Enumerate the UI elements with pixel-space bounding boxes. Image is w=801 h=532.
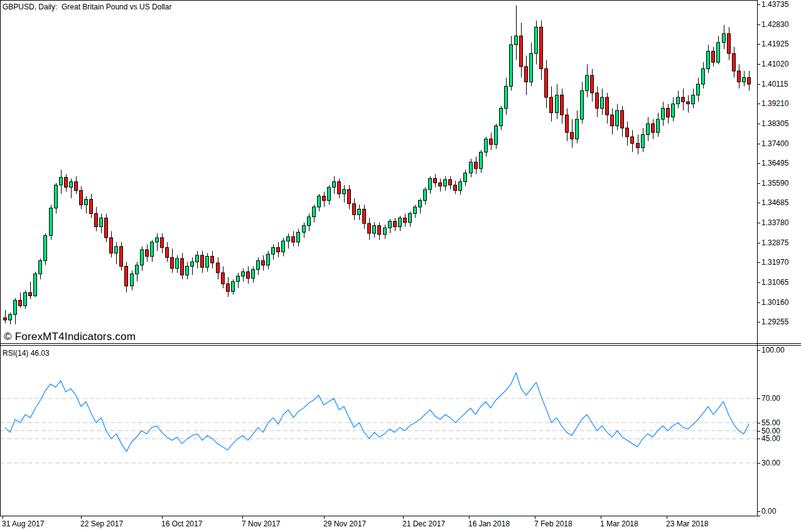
candle-down (490, 139, 493, 145)
rsi-axis-label: 70.00 (761, 394, 780, 403)
candle-up (697, 84, 700, 95)
candle-up (707, 51, 710, 69)
candle-down (171, 257, 174, 269)
price-axis-tick (757, 144, 760, 144)
candle-down (733, 53, 736, 71)
candle-up (576, 119, 579, 139)
candle-down (540, 27, 543, 68)
candle-down (110, 238, 113, 253)
candle-up (34, 274, 37, 296)
price-axis-label: 1.41925 (761, 40, 788, 48)
candle-down (545, 69, 548, 98)
candle-up (419, 201, 422, 208)
candle-down (262, 261, 265, 265)
candle-down (667, 109, 670, 117)
candle-down (227, 284, 230, 291)
candle-down (520, 36, 523, 66)
candle-down (621, 110, 624, 128)
panel-separator-bottom[interactable] (0, 345, 801, 346)
candle-up (389, 221, 392, 228)
price-axis-tick (757, 262, 760, 263)
price-chart-area[interactable] (0, 0, 757, 344)
price-axis-tick (757, 104, 760, 104)
price-axis-tick (757, 84, 760, 85)
candle-down (687, 102, 690, 104)
price-axis-label: 1.31970 (761, 258, 788, 267)
price-axis-label: 1.39210 (761, 99, 788, 108)
price-axis-tick (757, 4, 760, 5)
candle-down (65, 178, 68, 188)
candle-up (470, 162, 473, 173)
candle-down (120, 247, 123, 267)
candle-up (505, 87, 508, 109)
candle-up (85, 200, 88, 205)
main-panel-top-border (0, 0, 757, 1)
candle-down (449, 179, 452, 185)
candle-down (4, 318, 7, 321)
candle-up (44, 235, 47, 260)
candle-down (211, 257, 214, 263)
rsi-chart-area[interactable] (0, 346, 757, 516)
candle-up (186, 266, 189, 275)
candle-up (424, 189, 427, 201)
candle-down (571, 132, 574, 139)
candle-down (550, 97, 553, 113)
candle-up (136, 265, 139, 274)
candle-up (343, 189, 346, 194)
candle-up (399, 218, 402, 226)
candle-down (748, 78, 751, 85)
candle-up (485, 139, 488, 152)
candle-down (637, 144, 640, 148)
candle-up (616, 110, 619, 126)
candle-down (146, 250, 149, 257)
panel-separator-top[interactable] (0, 343, 801, 344)
date-axis-label: 7 Nov 2017 (242, 519, 280, 528)
candle-down (378, 226, 381, 235)
date-axis-label: 1 Mar 2018 (600, 519, 638, 528)
candle-up (657, 119, 660, 132)
price-axis-label: 1.35590 (761, 179, 788, 188)
candle-down (475, 162, 478, 169)
candle-up (677, 97, 680, 104)
candle-up (409, 213, 412, 222)
price-axis-label: 1.29255 (761, 317, 788, 326)
candle-down (161, 238, 164, 248)
candle-up (318, 196, 321, 208)
date-axis-tick (3, 516, 3, 519)
rsi-axis-tick (757, 398, 760, 399)
price-axis-label: 1.37400 (761, 139, 788, 148)
date-axis-tick (242, 516, 243, 519)
date-axis-tick (324, 516, 325, 519)
candle-down (363, 209, 366, 223)
candle-down (596, 93, 599, 109)
candle-up (70, 182, 73, 188)
price-axis-label: 1.42830 (761, 20, 788, 29)
price-axis-label: 1.41020 (761, 60, 788, 68)
candle-up (495, 126, 498, 145)
price-axis-label: 1.38305 (761, 119, 788, 128)
price-axis-label: 1.34685 (761, 198, 788, 207)
date-axis-tick (469, 516, 470, 519)
candle-down (631, 137, 634, 144)
candle-up (500, 109, 503, 126)
candle-up (515, 36, 518, 45)
candle-up (743, 78, 746, 82)
candle-up (723, 34, 726, 43)
rsi-panel-bottom-border (0, 516, 760, 516)
date-axis-tick (667, 516, 667, 519)
candle-up (535, 27, 538, 53)
candle-up (131, 274, 134, 286)
candle-down (454, 185, 457, 191)
mt4-chart-window: GBPUSD, Daily: Great Britain Pound vs US… (0, 0, 801, 532)
rsi-indicator-label: RSI(14) 46.03 (3, 349, 50, 358)
candle-up (414, 207, 417, 214)
candle-up (510, 45, 513, 86)
candle-down (222, 273, 225, 284)
candle-up (581, 91, 584, 120)
candle-down (90, 200, 93, 214)
price-axis-tick (757, 124, 760, 124)
candle-down (525, 66, 528, 82)
candle-up (14, 301, 17, 315)
candle-down (277, 248, 280, 252)
candle-up (717, 43, 720, 63)
